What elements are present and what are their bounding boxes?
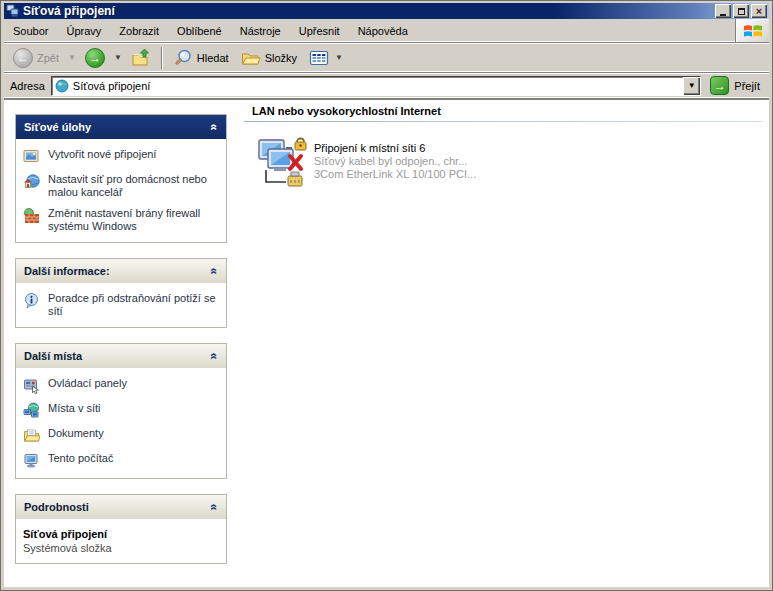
panel-header-other-places[interactable]: Další místa « <box>16 344 226 368</box>
details-folder-type: Systémová složka <box>23 542 219 554</box>
task-label: Poradce při odstraňování potíží se sítí <box>48 292 219 318</box>
window-title: Síťová připojení <box>23 4 712 18</box>
task-label: Dokumenty <box>48 427 104 440</box>
info-icon <box>23 292 40 309</box>
views-dropdown-icon: ▼ <box>333 53 345 62</box>
menu-zobrazit[interactable]: Zobrazit <box>110 19 168 42</box>
up-folder-icon <box>131 48 151 68</box>
panel-network-tasks: Síťové úlohy « Vytvořit n <box>15 114 227 243</box>
panel-header-see-also[interactable]: Další informace: « <box>16 259 226 283</box>
control-panel-icon <box>23 377 40 394</box>
search-label: Hledat <box>197 52 229 64</box>
task-create-new-connection[interactable]: Vytvořit nové připojení <box>23 148 219 165</box>
panel-title: Podrobnosti <box>24 501 89 513</box>
folders-icon <box>241 48 261 68</box>
address-label: Adresa <box>8 80 47 92</box>
link-documents[interactable]: Dokumenty <box>23 427 219 444</box>
task-label: Místa v síti <box>48 402 101 415</box>
new-connection-icon <box>23 148 40 165</box>
menu-soubor[interactable]: Soubor <box>4 19 57 42</box>
panel-see-also: Další informace: « Poradc <box>15 258 227 328</box>
folders-label: Složky <box>265 52 297 64</box>
panel-other-places: Další místa « <box>15 343 227 479</box>
back-icon: ← <box>13 48 33 68</box>
go-arrow-icon: → <box>710 76 729 95</box>
collapse-chevron-icon[interactable]: « <box>208 124 222 131</box>
panel-details: Podrobnosti « Síťová připojení Systémová… <box>15 494 227 564</box>
forward-icon: → <box>85 48 105 68</box>
collapse-chevron-icon[interactable]: « <box>208 504 222 511</box>
minimize-icon <box>720 14 726 16</box>
lan-connection-disconnected-icon <box>256 136 308 192</box>
collapse-chevron-icon[interactable]: « <box>208 268 222 275</box>
titlebar: Síťová připojení × <box>4 3 769 19</box>
toolbar-separator <box>161 47 163 69</box>
address-value: Síťová připojení <box>73 80 679 92</box>
group-divider <box>244 121 763 122</box>
connection-item-lan6[interactable]: Připojení k místní síti 6 Síťový kabel b… <box>256 136 769 192</box>
address-dropdown-button[interactable]: ▼ <box>683 77 700 95</box>
link-network-places[interactable]: Místa v síti <box>23 402 219 419</box>
task-change-firewall-settings[interactable]: Změnit nastavení brány firewall systému … <box>23 207 219 233</box>
panel-title: Další místa <box>24 350 82 362</box>
close-icon: × <box>756 6 762 16</box>
documents-icon <box>23 427 40 444</box>
explorer-client-area: Síťové úlohy « Vytvořit n <box>4 99 769 587</box>
views-icon <box>309 48 329 68</box>
restore-button[interactable] <box>733 4 749 18</box>
panel-title: Síťové úlohy <box>24 121 91 133</box>
folder-view: LAN nebo vysokorychlostní Internet <box>244 100 769 587</box>
search-button[interactable]: Hledat <box>168 45 234 71</box>
window: Síťová připojení × Soubor Úpravy Zobrazi… <box>0 0 773 591</box>
views-button[interactable]: ▼ <box>304 45 350 71</box>
panel-header-network-tasks[interactable]: Síťové úlohy « <box>16 115 226 139</box>
go-button[interactable]: → Přejít <box>705 74 765 97</box>
search-icon <box>173 48 193 68</box>
task-label: Nastavit síť pro domácnost nebo malou ka… <box>48 173 219 199</box>
link-my-computer[interactable]: Tento počítač <box>23 452 219 469</box>
address-folder-icon <box>55 79 69 93</box>
connection-device: 3Com EtherLink XL 10/100 PCI... <box>314 168 476 181</box>
addressbar: Adresa Síťová připojení ▼ → Přejít <box>4 73 769 99</box>
task-label: Změnit nastavení brány firewall systému … <box>48 207 219 233</box>
back-dropdown[interactable]: ▼ <box>66 53 78 62</box>
menu-napoveda[interactable]: Nápověda <box>349 19 417 42</box>
close-button[interactable]: × <box>751 4 767 18</box>
connection-status: Síťový kabel byl odpojen., chr... <box>314 155 476 168</box>
up-button[interactable] <box>126 45 156 71</box>
panel-header-details[interactable]: Podrobnosti « <box>16 495 226 519</box>
address-input[interactable]: Síťová připojení ▼ <box>51 76 701 96</box>
restore-icon <box>738 8 745 15</box>
network-places-icon <box>23 402 40 419</box>
home-network-icon <box>23 173 40 190</box>
link-control-panel[interactable]: Ovládací panely <box>23 377 219 394</box>
task-label: Tento počítač <box>48 452 113 465</box>
menu-nastroje[interactable]: Nástroje <box>231 19 290 42</box>
menu-oblibene[interactable]: Oblíbené <box>168 19 231 42</box>
forward-dropdown[interactable]: ▼ <box>112 53 124 62</box>
toolbar: ← Zpět ▼ → ▼ <box>4 43 769 73</box>
task-network-troubleshooter[interactable]: Poradce při odstraňování potíží se sítí <box>23 292 219 318</box>
my-computer-icon <box>23 452 40 469</box>
task-sidebar: Síťové úlohy « Vytvořit n <box>15 114 227 579</box>
menu-upravy[interactable]: Úpravy <box>57 19 110 42</box>
go-label: Přejít <box>734 80 760 92</box>
menu-upresnit[interactable]: Upřesnit <box>290 19 349 42</box>
window-icon <box>6 4 20 18</box>
windows-logo <box>735 19 769 42</box>
folders-button[interactable]: Složky <box>236 45 302 71</box>
forward-button[interactable]: → <box>80 45 110 71</box>
panel-title: Další informace: <box>24 265 110 277</box>
group-title: LAN nebo vysokorychlostní Internet <box>252 105 769 117</box>
minimize-button[interactable] <box>715 4 731 18</box>
back-button[interactable]: ← Zpět <box>8 45 64 71</box>
task-setup-home-network[interactable]: Nastavit síť pro domácnost nebo malou ka… <box>23 173 219 199</box>
menubar: Soubor Úpravy Zobrazit Oblíbené Nástroje… <box>4 19 769 43</box>
firewall-icon <box>23 207 40 224</box>
task-label: Vytvořit nové připojení <box>48 148 156 161</box>
task-label: Ovládací panely <box>48 377 127 390</box>
collapse-chevron-icon[interactable]: « <box>208 353 222 360</box>
connection-name: Připojení k místní síti 6 <box>314 141 476 155</box>
details-folder-name: Síťová připojení <box>23 528 219 540</box>
back-label: Zpět <box>37 52 59 64</box>
